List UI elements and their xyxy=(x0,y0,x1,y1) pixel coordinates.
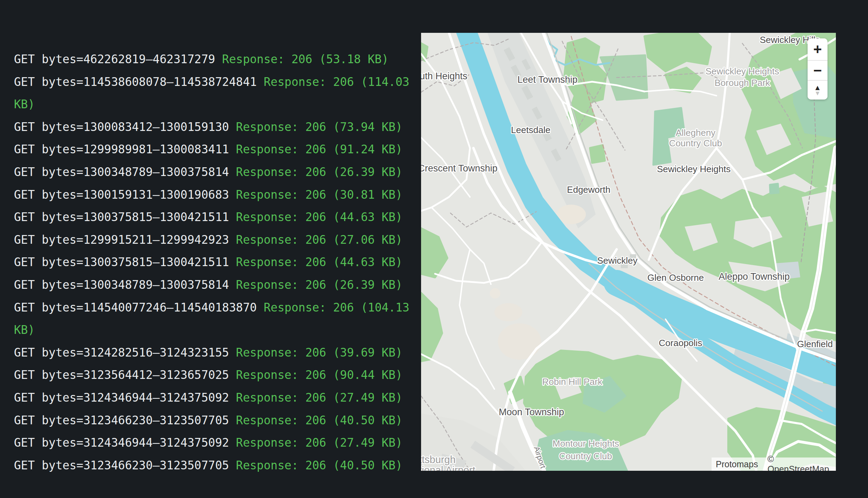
zoom-out-button[interactable]: − xyxy=(808,60,827,80)
log-line: GET bytes=3124346944–3124375092 Response… xyxy=(14,432,425,454)
map-label-leet-township: Leet Township xyxy=(517,74,578,85)
log-response-text: Response: 206 (44.63 KB) xyxy=(236,255,403,269)
log-request-text: GET bytes=3123564412–3123657025 xyxy=(14,368,236,382)
log-request-text: GET bytes=1300348789–1300375814 xyxy=(14,165,236,179)
map-label-allegheny-cc-1: Allegheny xyxy=(676,127,715,138)
log-line: GET bytes=3123564412–3123657025 Response… xyxy=(14,364,425,387)
log-request-text: GET bytes=1300348789–1300375814 xyxy=(14,278,236,292)
map-label-robin-hill-park: Robin Hill Park xyxy=(542,376,603,387)
triangle-down-icon: ▼ xyxy=(815,90,821,96)
log-line: GET bytes=462262819–462317279 Response: … xyxy=(14,48,425,71)
log-line: GET bytes=3123466230–3123507705 Response… xyxy=(14,409,425,432)
log-line: GET bytes=1300375815–1300421511 Response… xyxy=(14,251,425,274)
plus-icon: + xyxy=(813,41,822,58)
log-request-text: GET bytes=3124346944–3124375092 xyxy=(14,436,236,449)
map-artwork: Sewickley Hills Sewickley Heights Boroug… xyxy=(421,33,836,471)
map-label-crescent-township: Crescent Township xyxy=(421,163,498,174)
log-line: GET bytes=114540077246–114540183870 Resp… xyxy=(14,296,425,342)
log-request-text: GET bytes=114538608078–114538724841 xyxy=(14,75,264,89)
pitch-toggle-button[interactable]: ▲ ▼ xyxy=(808,80,827,100)
minus-icon: − xyxy=(813,62,822,79)
log-request-text: GET bytes=3124282516–3124323155 xyxy=(14,346,236,359)
log-request-text: GET bytes=462262819–462317279 xyxy=(14,52,222,66)
request-log: GET bytes=462262819–462317279 Response: … xyxy=(14,48,425,477)
map-label-airport-partial-2: tional Airport xyxy=(421,464,475,471)
map-label-allegheny-cc-2: Country Club xyxy=(669,138,722,148)
map-label-leetsdale: Leetsdale xyxy=(511,125,551,135)
log-response-text: Response: 206 (30.81 KB) xyxy=(236,188,403,202)
log-response-text: Response: 206 (27.06 KB) xyxy=(236,233,403,247)
protomaps-link[interactable]: Protomaps xyxy=(716,459,758,469)
log-request-text: GET bytes=1299915211–1299942923 xyxy=(14,233,236,247)
log-response-text: Response: 206 (90.44 KB) xyxy=(236,368,403,382)
log-request-text: GET bytes=114540077246–114540183870 xyxy=(14,301,264,314)
log-request-text: GET bytes=1300375815–1300421511 xyxy=(14,210,236,224)
log-line: GET bytes=1300159131–1300190683 Response… xyxy=(14,184,425,206)
map-label-borough-park-1: Sewickley Heights xyxy=(706,66,779,76)
log-line: GET bytes=3124346944–3124375092 Response… xyxy=(14,387,425,409)
map-label-glen-osborne: Glen Osborne xyxy=(647,272,704,283)
map-label-moon-township: Moon Township xyxy=(499,407,564,417)
log-line: GET bytes=1300083412–1300159130 Response… xyxy=(14,116,425,139)
log-request-text: GET bytes=1299989981–1300083411 xyxy=(14,142,236,156)
openstreetmap-link[interactable]: © OpenStreetMap xyxy=(767,454,836,471)
log-line: GET bytes=3123466230–3123507705 Response… xyxy=(14,454,425,477)
log-request-text: GET bytes=1300375815–1300421511 xyxy=(14,255,236,269)
map-label-montour-2: Country Club xyxy=(559,451,612,461)
log-response-text: Response: 206 (26.39 KB) xyxy=(236,278,403,292)
log-request-text: GET bytes=1300159131–1300190683 xyxy=(14,188,236,202)
log-response-text: Response: 206 (73.94 KB) xyxy=(236,120,403,134)
log-line: GET bytes=1299989981–1300083411 Response… xyxy=(14,138,425,161)
log-request-text: GET bytes=1300083412–1300159130 xyxy=(14,120,236,134)
log-response-text: Response: 206 (91.24 KB) xyxy=(236,142,403,156)
log-response-text: Response: 206 (40.50 KB) xyxy=(236,413,403,427)
log-response-text: Response: 206 (40.50 KB) xyxy=(236,459,403,472)
map-label-montour-1: Montour Heights xyxy=(553,438,619,449)
log-line: GET bytes=114538608078–114538724841 Resp… xyxy=(14,71,425,116)
zoom-in-button[interactable]: + xyxy=(808,38,827,60)
log-response-text: Response: 206 (26.39 KB) xyxy=(236,165,403,179)
map-label-edgeworth: Edgeworth xyxy=(567,184,610,195)
log-line: GET bytes=1299915211–1299942923 Response… xyxy=(14,229,425,251)
log-response-text: Response: 206 (53.18 KB) xyxy=(222,52,389,66)
map-label-south-heights-partial: uth Heights xyxy=(421,71,468,81)
map-attribution: Protomaps © OpenStreetMap xyxy=(712,457,836,471)
map-label-glenfield: Glenfield xyxy=(797,339,833,349)
map-label-sewickley: Sewickley xyxy=(597,255,638,266)
map-label-aleppo-township: Aleppo Township xyxy=(719,271,790,282)
map-label-coraopolis: Coraopolis xyxy=(659,338,702,348)
log-response-text: Response: 206 (27.49 KB) xyxy=(236,436,403,449)
map-navigation-control: + − ▲ ▼ xyxy=(808,38,827,100)
log-request-text: GET bytes=3123466230–3123507705 xyxy=(14,413,236,427)
log-request-text: GET bytes=3123466230–3123507705 xyxy=(14,459,236,472)
log-line: GET bytes=3124282516–3124323155 Response… xyxy=(14,342,425,364)
log-line: GET bytes=1300375815–1300421511 Response… xyxy=(14,206,425,229)
map-label-sewickley-heights: Sewickley Heights xyxy=(657,164,731,174)
log-line: GET bytes=1300348789–1300375814 Response… xyxy=(14,161,425,184)
map-label-borough-park-2: Borough Park xyxy=(715,78,771,88)
map-label-airport-partial-1: ttsburgh xyxy=(421,454,456,465)
log-response-text: Response: 206 (39.69 KB) xyxy=(236,346,403,359)
log-response-text: Response: 206 (27.49 KB) xyxy=(236,391,403,404)
log-line: GET bytes=1300348789–1300375814 Response… xyxy=(14,274,425,296)
log-request-text: GET bytes=3124346944–3124375092 xyxy=(14,391,236,404)
map-canvas[interactable]: Sewickley Hills Sewickley Heights Boroug… xyxy=(421,33,836,471)
log-response-text: Response: 206 (44.63 KB) xyxy=(236,210,403,224)
